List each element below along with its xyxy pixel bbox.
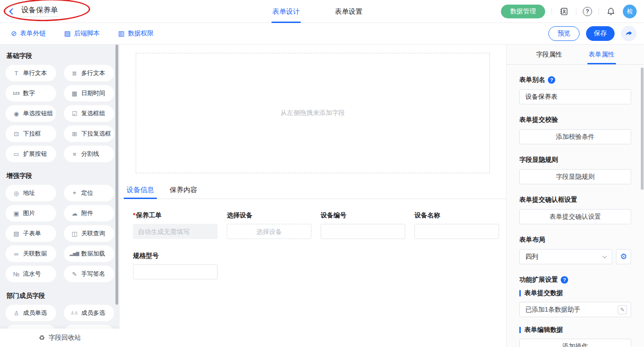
help-icon[interactable]: ?: [561, 276, 568, 284]
form-canvas: 从左侧拖拽来添加字段 设备信息 保养内容 *保养工单 选择设备 设备编号 设备名…: [120, 45, 506, 347]
field-pill-subform[interactable]: ▤子表单: [6, 225, 56, 242]
edit-pencil-icon[interactable]: ✎: [618, 305, 627, 314]
field-pill-data-load[interactable]: ▂▅▇数据加载: [64, 245, 115, 262]
radio-icon: ◉: [12, 110, 21, 117]
calendar-icon: ▦: [70, 90, 79, 97]
pill-label: 分割线: [81, 150, 99, 158]
field-maintenance-order[interactable]: *保养工单: [133, 211, 218, 239]
user-avatar[interactable]: 检: [623, 5, 637, 18]
chevron-down-icon: [603, 254, 607, 258]
help-icon[interactable]: ?: [583, 7, 592, 16]
tab-form-design[interactable]: 表单设计: [272, 0, 300, 23]
device-code-input[interactable]: [321, 224, 405, 239]
form-alias-input[interactable]: [519, 89, 631, 104]
field-pill-member-single[interactable]: ♙成员单选: [6, 305, 56, 321]
tab-maintenance-content[interactable]: 保养内容: [168, 186, 199, 199]
field-device-name[interactable]: 设备名称: [414, 211, 499, 239]
pill-label: 定位: [81, 189, 93, 197]
pill-label: 地址: [23, 189, 35, 197]
preview-button[interactable]: 预览: [548, 26, 580, 41]
maintenance-order-input[interactable]: [133, 224, 218, 239]
external-link-button[interactable]: ⊘ 表单外链: [11, 29, 46, 38]
tab-form-properties[interactable]: 表单属性: [589, 45, 615, 64]
dropdown-icon: ⊡: [12, 131, 21, 137]
form-title[interactable]: 设备保养单: [21, 6, 58, 17]
tab-form-settings[interactable]: 表单设置: [335, 0, 362, 23]
group-form-alias: 表单别名 ?: [519, 76, 631, 104]
field-recycle-bin-button[interactable]: ♻ 字段回收站: [0, 329, 120, 347]
tab-device-info[interactable]: 设备信息: [125, 186, 155, 199]
field-pill-geolocation[interactable]: ⌖定位: [64, 185, 115, 201]
field-pill-datetime[interactable]: ▦日期时间: [64, 85, 115, 102]
properties-body: 表单别名 ? 表单提交校验 添加校验条件 字段显隐规则 字段显隐规则 表单提交确…: [506, 65, 644, 347]
section-member-fields: 部门成员字段: [6, 292, 114, 300]
group-form-layout: 表单布局 四列 ⚙: [519, 236, 631, 264]
submit-confirm-button[interactable]: 表单提交确认设置: [519, 209, 631, 224]
field-pill-linked-query[interactable]: ◫关联查询: [64, 225, 115, 242]
visibility-rules-button[interactable]: 字段显隐规则: [519, 169, 631, 184]
field-label: 设备名称: [414, 211, 499, 220]
edit-data-label: 表单编辑数据: [519, 326, 631, 334]
tab-field-properties[interactable]: 字段属性: [536, 45, 562, 64]
field-pill-multi-line-text[interactable]: ≣多行文本: [64, 65, 115, 81]
field-device-code[interactable]: 设备编号: [321, 211, 405, 239]
bar-chart-icon: ▂▅▇: [70, 251, 79, 256]
field-pill-select[interactable]: ⊡下拉框: [6, 125, 56, 142]
data-permission-label: 数据权限: [128, 29, 154, 38]
field-pill-single-line-text[interactable]: T单行文本: [6, 65, 56, 81]
sidebar-scrollbar[interactable]: [115, 45, 118, 305]
group-submit-validation: 表单提交校验 添加校验条件: [519, 116, 631, 144]
notification-bell-icon[interactable]: [605, 6, 616, 17]
field-select-device[interactable]: 选择设备: [227, 211, 311, 239]
people-icon: ♙♙: [70, 311, 79, 315]
add-operation-button[interactable]: 添加操作: [519, 339, 631, 347]
pill-label: 成员单选: [23, 309, 47, 317]
add-validation-button[interactable]: 添加校验条件: [519, 129, 631, 144]
canvas-fields-row1: *保养工单 选择设备 设备编号 设备名称: [133, 211, 499, 239]
divider: [552, 8, 552, 15]
section-enhanced-fields: 增强字段: [6, 172, 114, 180]
field-pill-number[interactable]: 123数字: [6, 85, 56, 102]
spec-model-input[interactable]: [133, 264, 218, 279]
field-dropzone[interactable]: 从左侧拖拽来添加字段: [136, 53, 490, 173]
field-pill-checkbox-group[interactable]: ☑复选框组: [64, 105, 115, 122]
field-pill-divider-line[interactable]: ≡分割线: [64, 146, 115, 162]
field-pill-linked-data[interactable]: ∞关联数据: [6, 245, 56, 262]
external-link-label: 表单外链: [20, 29, 46, 38]
field-pill-address[interactable]: ◎地址: [6, 185, 56, 201]
submit-data-box[interactable]: 已添加1条数据助手 ✎: [519, 302, 631, 317]
field-pill-extend-button[interactable]: ▭扩展按钮: [6, 146, 56, 162]
person-icon: ♙: [12, 310, 21, 317]
save-button[interactable]: 保存: [586, 26, 615, 41]
backend-script-button[interactable]: ▨ 后端脚本: [64, 29, 100, 38]
field-spec-model[interactable]: 规格型号: [133, 252, 218, 279]
gear-icon: ⚙: [620, 252, 627, 262]
layout-settings-button[interactable]: ⚙: [616, 249, 631, 264]
pill-label: 图片: [23, 209, 35, 217]
help-icon[interactable]: ?: [548, 76, 555, 84]
field-pill-attachment[interactable]: ☁附件: [64, 205, 115, 222]
field-label: *保养工单: [133, 211, 218, 220]
contacts-book-icon[interactable]: [558, 6, 569, 17]
back-icon[interactable]: [9, 8, 16, 14]
panel-scrollbar[interactable]: [641, 68, 644, 190]
layout-select[interactable]: 四列: [519, 249, 612, 264]
field-pill-member-multi[interactable]: ♙♙成员多选: [64, 305, 115, 321]
device-name-input[interactable]: [414, 224, 499, 239]
field-pill-multi-select[interactable]: ⊞下拉复选框: [64, 125, 115, 142]
select-device-input[interactable]: [227, 224, 311, 239]
target-icon: ⌖: [70, 189, 79, 197]
serial-number-icon: №: [12, 271, 21, 278]
data-manage-button[interactable]: 数据管理: [501, 5, 545, 18]
data-permission-button[interactable]: ▥ 数据权限: [118, 29, 154, 38]
share-button[interactable]: [621, 26, 637, 41]
field-pill-signature[interactable]: ✎手写签名: [64, 266, 115, 282]
chain-icon: ∞: [12, 250, 21, 257]
field-pill-image[interactable]: ▣图片: [6, 205, 56, 222]
submit-confirm-label: 表单提交确认框设置: [519, 196, 631, 204]
group-submit-confirm: 表单提交确认框设置 表单提交确认设置: [519, 196, 631, 224]
field-pill-radio-group[interactable]: ◉单选按钮组: [6, 105, 56, 122]
pill-label: 关联数据: [23, 250, 47, 258]
properties-tabs: 字段属性 表单属性: [506, 45, 644, 65]
field-pill-serial-number[interactable]: №流水号: [6, 266, 56, 282]
